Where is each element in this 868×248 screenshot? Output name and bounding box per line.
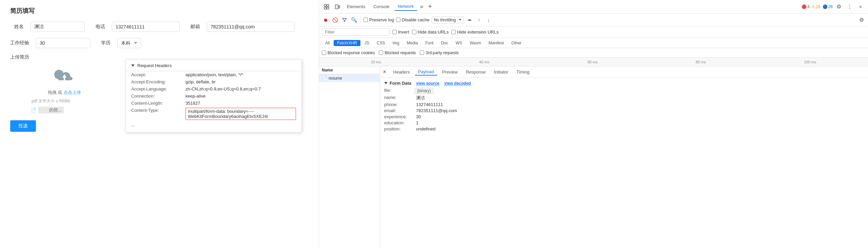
payload-key-experience: experience:: [384, 114, 415, 119]
svg-rect-4: [327, 7, 329, 9]
education-select[interactable]: 本科 高中 大专 硕士 博士: [117, 38, 141, 48]
payload-val-education: 1: [416, 120, 418, 125]
network-toolbar: ⏺ 🚫 🔍 Preserve log Disable cache No thro…: [319, 14, 868, 26]
tab-elements[interactable]: Elements: [343, 3, 369, 11]
filter-input[interactable]: [322, 28, 390, 36]
devtools-more-button[interactable]: ⋮: [845, 2, 854, 12]
file-item-text: 的简...: [38, 107, 64, 113]
rh-ellipsis: ...: [126, 121, 301, 129]
close-pane-button[interactable]: ×: [383, 68, 387, 76]
inspect-element-button[interactable]: [322, 2, 331, 12]
device-toolbar-button[interactable]: [333, 2, 342, 12]
submit-button[interactable]: 投递: [10, 120, 36, 132]
network-file-list: Name 📄 resume: [319, 66, 380, 248]
rh-row-accept-encoding: Accept-Encoding: gzip, deflate, br: [126, 78, 301, 85]
blocked-response-checkbox[interactable]: Blocked response cookies: [322, 50, 375, 55]
timeline-label-40: 40 ms: [479, 60, 489, 64]
name-input[interactable]: [31, 22, 85, 32]
type-filter-bar: All Fetch/XHR JS CSS Img Media Font Doc …: [319, 38, 868, 48]
payload-field-phone: phone: 13274611111: [384, 102, 864, 107]
type-tab-media[interactable]: Media: [403, 40, 421, 46]
svg-rect-5: [335, 5, 338, 9]
payload-field-file: file: (binary): [384, 88, 864, 94]
type-tab-other[interactable]: Other: [508, 40, 525, 46]
type-tab-img[interactable]: Img: [389, 40, 403, 46]
payload-key-education: education:: [384, 120, 415, 125]
type-tab-manifest[interactable]: Manifest: [485, 40, 507, 46]
payload-field-email: email: 782351111@qq.com: [384, 108, 864, 113]
devtools-close-button[interactable]: ×: [856, 2, 865, 12]
import-har-button[interactable]: ↑: [475, 16, 483, 24]
network-detail-panel: × Headers Payload Preview Response Initi…: [380, 66, 868, 248]
rh-triangle-icon: [131, 64, 135, 67]
payload-content: Form Data view source view decoded file:…: [380, 78, 868, 248]
svg-rect-3: [324, 7, 326, 9]
payload-tab-timing[interactable]: Timing: [513, 69, 533, 75]
form-row-basic: 姓名 电话 邮箱: [10, 22, 309, 32]
view-decoded-link[interactable]: view decoded: [444, 81, 471, 86]
name-label: 姓名: [10, 24, 24, 30]
svg-rect-2: [327, 4, 329, 6]
tab-network[interactable]: Network: [394, 2, 417, 11]
tab-console[interactable]: Console: [370, 3, 393, 11]
hide-data-urls-checkbox[interactable]: Hide data URLs: [412, 29, 449, 35]
payload-tab-response[interactable]: Response: [462, 69, 489, 75]
experience-input[interactable]: [36, 38, 90, 48]
payload-val-position: undefined: [416, 126, 435, 131]
network-main: Name 📄 resume × Headers Payload Preview …: [319, 66, 868, 248]
email-label: 邮箱: [186, 24, 200, 30]
payload-tab-initiator[interactable]: Initiator: [490, 69, 512, 75]
add-tab-button[interactable]: +: [426, 2, 434, 11]
network-list-item-resume[interactable]: 📄 resume: [319, 74, 380, 82]
hide-extension-urls-checkbox[interactable]: Hide extension URLs: [451, 29, 498, 35]
devtools-topbar: Elements Console Network » + 🔴 4 ⚠ 15 🔵 …: [319, 0, 868, 14]
request-headers-popup: Request Headers Accept: application/json…: [125, 59, 302, 132]
phone-input[interactable]: [112, 22, 180, 32]
record-button[interactable]: ⏺: [322, 16, 329, 24]
payload-tab-headers[interactable]: Headers: [390, 69, 413, 75]
payload-field-name: name: 渊洁: [384, 95, 864, 101]
file-list-icon: 📄: [322, 76, 327, 81]
type-tab-js[interactable]: JS: [361, 40, 373, 46]
search-button[interactable]: 🔍: [350, 16, 358, 24]
warning-badge: ⚠ 15: [811, 4, 820, 9]
preserve-log-checkbox[interactable]: Preserve log: [363, 17, 394, 22]
third-party-checkbox[interactable]: 3rd-party requests: [420, 50, 458, 55]
type-tab-all[interactable]: All: [322, 40, 333, 46]
disable-cache-checkbox[interactable]: Disable cache: [396, 17, 430, 22]
upload-area[interactable]: 拖拽 或 点击上传: [31, 63, 98, 96]
blocked-requests-checkbox[interactable]: Blocked requests: [379, 50, 416, 55]
svg-rect-1: [324, 4, 326, 6]
network-settings-button[interactable]: ⚙: [858, 16, 865, 24]
network-conditions-button[interactable]: [466, 16, 473, 24]
view-source-link[interactable]: view source: [416, 81, 439, 86]
cloud-upload-icon: [49, 63, 80, 87]
error-badge: 🔴 4: [802, 4, 810, 9]
payload-val-experience: 30: [416, 114, 421, 119]
payload-tab-preview[interactable]: Preview: [439, 69, 461, 75]
payload-val-name: 渊洁: [416, 95, 425, 101]
rh-row-accept: Accept: application/json, text/plain, */…: [126, 71, 301, 78]
invert-checkbox[interactable]: Invert: [392, 29, 409, 35]
payload-key-phone: phone:: [384, 102, 415, 107]
clear-button[interactable]: 🚫: [331, 16, 339, 24]
export-har-button[interactable]: ↓: [485, 16, 492, 24]
form-data-triangle-icon: [384, 82, 388, 84]
payload-key-file: file:: [384, 88, 415, 93]
filter-network-button[interactable]: [341, 16, 348, 24]
type-tab-fetch-xhr[interactable]: Fetch/XHR: [334, 40, 360, 46]
type-tab-wasm[interactable]: Wasm: [466, 40, 485, 46]
upload-link[interactable]: 点击上传: [63, 90, 81, 95]
file-icon: 📄: [31, 107, 36, 113]
payload-key-email: email:: [384, 108, 415, 113]
type-tab-ws[interactable]: WS: [452, 40, 466, 46]
email-input[interactable]: [207, 22, 295, 32]
payload-tab-payload[interactable]: Payload: [415, 68, 437, 76]
more-tabs-button[interactable]: »: [419, 2, 425, 11]
throttle-select[interactable]: No throttling Fast 3G Slow 3G Offline: [432, 17, 464, 23]
type-tab-font[interactable]: Font: [422, 40, 437, 46]
devtools-settings-button[interactable]: ⚙: [834, 2, 844, 12]
type-tab-css[interactable]: CSS: [373, 40, 389, 46]
education-label: 学历: [97, 40, 111, 46]
type-tab-doc[interactable]: Doc: [437, 40, 451, 46]
